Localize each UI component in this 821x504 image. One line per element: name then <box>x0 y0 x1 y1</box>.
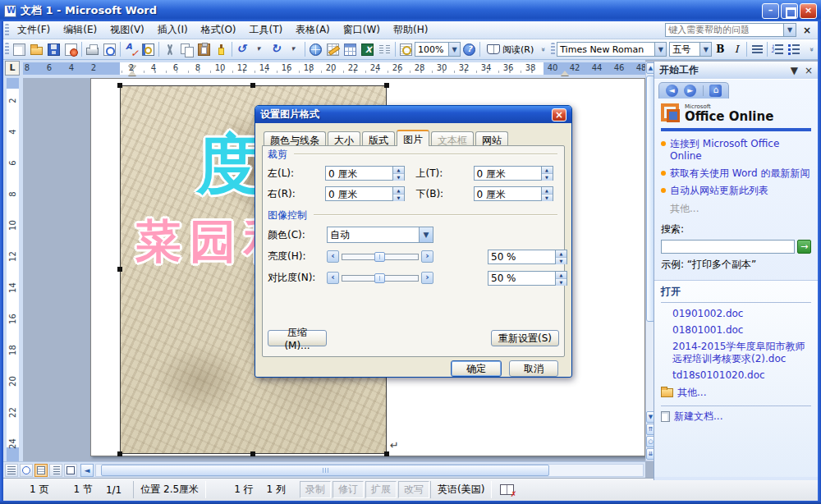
task-pane-close-icon[interactable]: × <box>805 65 813 76</box>
slider-thumb[interactable] <box>374 273 385 283</box>
horizontal-scrollbar[interactable] <box>95 464 644 477</box>
menu-item[interactable]: 帮助(H) <box>387 21 434 39</box>
distributed-align-button[interactable] <box>749 41 765 57</box>
menu-item[interactable]: 插入(I) <box>151 21 195 39</box>
home-icon[interactable]: ⌂ <box>709 85 722 97</box>
search-input[interactable] <box>661 240 795 254</box>
resize-handle[interactable] <box>384 451 389 456</box>
spin-down-icon[interactable]: ▼ <box>542 174 553 181</box>
tab-图片[interactable]: 图片 <box>397 130 429 146</box>
normal-view-button[interactable] <box>5 464 18 477</box>
dialog-title-bar[interactable]: 设置图片格式 × <box>255 106 571 123</box>
italic-button[interactable]: I <box>728 41 745 57</box>
dialog-close-icon[interactable]: × <box>552 108 566 121</box>
save-icon[interactable] <box>45 41 62 58</box>
scrollbar-thumb[interactable] <box>101 465 549 476</box>
ok-button[interactable]: 确定 <box>451 360 502 377</box>
tab-颜色与线条[interactable]: 颜色与线条 <box>264 131 326 146</box>
slider-thumb[interactable] <box>374 252 385 262</box>
right-indent-marker[interactable] <box>561 71 569 76</box>
tab-selector[interactable]: L <box>5 61 20 76</box>
format-painter-icon[interactable] <box>213 41 230 58</box>
resize-handle[interactable] <box>117 267 122 272</box>
slider-right-icon[interactable]: › <box>421 272 433 284</box>
help-icon[interactable] <box>461 41 478 58</box>
read-mode-button[interactable]: 阅读(R) <box>482 41 539 58</box>
spin-down-icon[interactable]: ▼ <box>556 279 566 286</box>
task-pane-link[interactable]: 连接到 Microsoft Office Online <box>661 138 811 163</box>
menu-item[interactable]: 格式(O) <box>195 21 243 39</box>
brightness-slider[interactable]: ‹ › <box>327 250 433 263</box>
new-icon[interactable] <box>11 41 28 58</box>
reading-layout-view-button[interactable] <box>64 464 77 477</box>
open-icon[interactable] <box>28 41 45 58</box>
open-more-link[interactable]: 其他... <box>661 386 811 400</box>
chevron-down-icon[interactable]: ▼ <box>419 227 433 242</box>
print-preview-icon[interactable] <box>101 41 118 58</box>
bullet-list-button[interactable] <box>786 41 802 57</box>
brightness-spinbox[interactable]: 50 % ▲▼ <box>488 250 567 264</box>
insert-table-icon[interactable] <box>342 41 359 58</box>
spin-down-icon[interactable]: ▼ <box>393 174 404 181</box>
minimize-button[interactable]: – <box>762 3 779 19</box>
recent-file-link[interactable]: td18s0101020.doc <box>672 369 811 382</box>
cut-icon[interactable] <box>161 41 178 58</box>
recent-file-link[interactable]: 01901002.doc <box>672 308 811 320</box>
chevron-down-icon[interactable]: ▼ <box>654 43 666 56</box>
color-combo[interactable]: 自动 ▼ <box>327 227 433 243</box>
menu-item[interactable]: 表格(A) <box>289 21 337 39</box>
compress-button[interactable]: 压缩(M)... <box>268 330 327 346</box>
reset-button[interactable]: 重新设置(S) <box>491 330 559 346</box>
help-dropdown-icon[interactable]: ▼ <box>783 24 796 36</box>
tables-borders-icon[interactable] <box>324 41 342 58</box>
resize-handle[interactable] <box>117 83 122 88</box>
chevron-down-icon[interactable]: ▼ <box>699 43 711 56</box>
more-link[interactable]: 其他... <box>654 202 818 221</box>
task-pane-header[interactable]: 开始工作 ▼× <box>654 62 818 80</box>
task-pane-link[interactable]: 自动从网站更新此列表 <box>661 185 811 197</box>
print-layout-view-button[interactable] <box>34 464 48 477</box>
font-size-combo[interactable]: 五号 ▼ <box>669 42 712 57</box>
permission-icon[interactable] <box>62 41 80 58</box>
tab-网站[interactable]: 网站 <box>475 131 508 146</box>
font-combo[interactable]: Times New Roman ▼ <box>557 42 667 57</box>
print-icon[interactable] <box>84 41 101 58</box>
resize-handle[interactable] <box>250 451 255 456</box>
spin-up-icon[interactable]: ▲ <box>393 167 404 174</box>
slider-left-icon[interactable]: ‹ <box>327 250 339 263</box>
menu-item[interactable]: 编辑(E) <box>57 21 103 39</box>
undo-dropdown-icon[interactable] <box>251 41 268 58</box>
menu-item[interactable]: 窗口(W) <box>337 21 387 39</box>
back-icon[interactable]: ◄ <box>666 85 678 97</box>
forward-icon[interactable]: ► <box>684 85 696 97</box>
menu-item[interactable]: 文件(F) <box>11 21 57 39</box>
scroll-left-icon[interactable]: ◄ <box>80 464 94 477</box>
cancel-button[interactable]: 取消 <box>509 360 558 377</box>
spin-up-icon[interactable]: ▲ <box>542 167 553 174</box>
crop-spinbox[interactable]: 0 厘米▲▼ <box>325 186 405 201</box>
outline-view-button[interactable] <box>49 464 62 477</box>
toolbar-options-icon[interactable]: » <box>535 44 553 55</box>
spin-up-icon[interactable]: ▲ <box>556 250 566 258</box>
resize-handle[interactable] <box>117 451 122 456</box>
zoom-combo[interactable]: 100% ▼ <box>415 42 461 57</box>
spelling-icon[interactable] <box>122 41 140 58</box>
spin-down-icon[interactable]: ▼ <box>556 258 566 264</box>
research-icon[interactable] <box>140 41 157 58</box>
bold-button[interactable]: B <box>712 41 728 57</box>
tab-版式[interactable]: 版式 <box>362 131 395 146</box>
crop-spinbox[interactable]: 0 厘米▲▼ <box>474 186 553 201</box>
maximize-button[interactable] <box>781 3 798 19</box>
spin-down-icon[interactable]: ▼ <box>542 195 553 201</box>
spin-up-icon[interactable]: ▲ <box>556 272 566 279</box>
resize-handle[interactable] <box>250 83 255 88</box>
redo-icon[interactable] <box>268 41 286 58</box>
task-pane-dropdown-icon[interactable]: ▼ <box>791 65 798 76</box>
resize-handle[interactable] <box>384 83 389 88</box>
spin-down-icon[interactable]: ▼ <box>393 195 404 201</box>
tab-大小[interactable]: 大小 <box>328 131 360 146</box>
crop-spinbox[interactable]: 0 厘米▲▼ <box>325 166 405 181</box>
standard-toolbar-grip[interactable] <box>5 43 9 56</box>
crop-spinbox[interactable]: 0 厘米▲▼ <box>474 166 553 181</box>
chevron-down-icon[interactable]: ▼ <box>448 43 460 56</box>
